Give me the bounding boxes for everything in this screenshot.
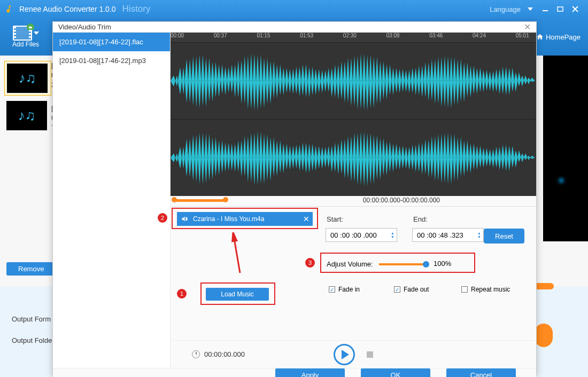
stop-button[interactable] — [367, 351, 373, 358]
checkbox-icon: ✓ — [329, 286, 335, 293]
volume-value: 100% — [434, 260, 451, 268]
dialog-close-icon[interactable]: ✕ — [524, 22, 531, 32]
add-files-button[interactable]: + Add Files — [6, 26, 45, 48]
loaded-music-chip[interactable]: Czarina - I Miss You.m4a ✕ — [177, 212, 313, 226]
annotation-number-2: 2 — [158, 213, 167, 223]
minimize-button[interactable] — [538, 3, 553, 15]
svg-rect-1 — [558, 7, 563, 11]
play-button[interactable] — [334, 344, 355, 365]
ok-button[interactable]: OK — [361, 368, 430, 377]
spinner-icon[interactable]: ▲▼ — [477, 231, 481, 239]
fade-in-checkbox[interactable]: ✓ Fade in — [329, 286, 360, 293]
volume-slider-thumb[interactable] — [423, 261, 429, 268]
play-icon — [342, 350, 349, 359]
remove-button[interactable]: Remove — [6, 262, 56, 276]
spinner-icon[interactable]: ▲▼ — [391, 231, 394, 239]
music-chip-label: Czarina - I Miss You.m4a — [193, 215, 264, 223]
apply-button[interactable]: Apply — [275, 368, 345, 377]
trim-handle-end[interactable] — [223, 197, 228, 202]
controls-panel: 2 Czarina - I Miss You.m4a ✕ Start: End:… — [171, 207, 536, 340]
start-label: Start: — [327, 215, 343, 223]
volume-slider-track[interactable] — [379, 263, 425, 265]
checkbox-icon: ✓ — [394, 286, 400, 293]
end-label: End: — [413, 215, 428, 223]
language-label[interactable]: Language — [490, 5, 521, 13]
checkbox-icon — [461, 286, 468, 293]
repeat-music-checkbox[interactable]: Repeat music — [461, 286, 510, 293]
home-icon — [536, 33, 544, 41]
waveform-channel — [171, 42, 536, 119]
close-button[interactable] — [568, 3, 583, 15]
reset-button[interactable]: Reset — [484, 229, 524, 244]
history-link[interactable]: History — [122, 4, 151, 14]
svg-line-6 — [234, 235, 240, 273]
end-time-input[interactable]: 00 :00 :48 .323 ▲▼ — [412, 228, 484, 242]
timeline-ruler[interactable]: 00:00 00:37 01:15 01:53 02:30 03:08 03:4… — [171, 33, 536, 42]
music-note-icon: ♪♫ — [18, 107, 36, 124]
annotation-arrow — [229, 232, 244, 275]
annotation-number-1: 1 — [177, 289, 187, 299]
clock-icon — [192, 350, 200, 358]
preview-area — [543, 56, 588, 241]
dialog-title: Video/Audio Trim — [58, 23, 111, 31]
maximize-button[interactable] — [553, 3, 568, 15]
app-title: Renee Audio Converter 1.0.0 — [19, 5, 116, 13]
speaker-icon — [180, 215, 189, 223]
trim-time-display: 00:00:00.000-00:00:00.000 — [363, 197, 440, 204]
decoration — [535, 324, 553, 347]
annotation-number-3: 3 — [305, 258, 315, 268]
file-card[interactable]: ♪♫ — [4, 101, 51, 130]
trim-dialog: Video/Audio Trim ✕ [2019-01-08][17-46-22… — [52, 21, 537, 376]
output-format-label: Output Form — [12, 315, 51, 323]
trim-range[interactable] — [174, 199, 224, 202]
add-files-label: Add Files — [12, 41, 39, 48]
app-logo-icon — [5, 4, 15, 14]
adjust-volume-label: Adjust Volume: — [327, 260, 373, 268]
dialog-titlebar: Video/Audio Trim ✕ — [53, 22, 536, 33]
music-chip-remove-icon[interactable]: ✕ — [303, 215, 310, 223]
dialog-filelist: [2019-01-08][17-46-22].flac [2019-01-08]… — [53, 33, 171, 368]
language-dropdown-icon[interactable] — [523, 3, 538, 15]
file-thumbnail: ♪♫ — [6, 101, 47, 130]
file-thumbnail: ♪♫ — [7, 64, 48, 93]
filelist-item[interactable]: [2019-01-08][17-46-22].mp3 — [53, 51, 170, 70]
music-note-icon: ♪♫ — [19, 70, 36, 87]
film-plus-icon: + — [13, 26, 32, 41]
homepage-link[interactable]: HomePage — [536, 33, 581, 41]
titlebar: Renee Audio Converter 1.0.0 History Lang… — [0, 0, 588, 18]
load-music-button[interactable]: Load Music — [206, 288, 269, 301]
output-folder-label: Output Folde — [12, 336, 52, 344]
dialog-footer: Apply OK Cancel — [53, 368, 536, 377]
trim-range-bar[interactable]: 00:00:00.000-00:00:00.000 — [171, 196, 536, 207]
file-card[interactable]: ♪♫ — [4, 61, 51, 96]
playback-clock: 00:00:00.000 — [192, 350, 245, 358]
cancel-button[interactable]: Cancel — [446, 368, 516, 377]
homepage-label: HomePage — [546, 33, 581, 41]
waveform-area[interactable] — [171, 42, 536, 196]
playback-row: 00:00:00.000 — [171, 340, 536, 368]
trim-handle-start[interactable] — [172, 197, 177, 202]
waveform-channel — [171, 119, 536, 196]
filelist-item[interactable]: [2019-01-08][17-46-22].flac — [53, 33, 170, 51]
fade-out-checkbox[interactable]: ✓ Fade out — [394, 286, 429, 293]
decoration — [535, 283, 554, 289]
start-time-input[interactable]: 00 :00 :00 .000 ▲▼ — [326, 228, 397, 242]
